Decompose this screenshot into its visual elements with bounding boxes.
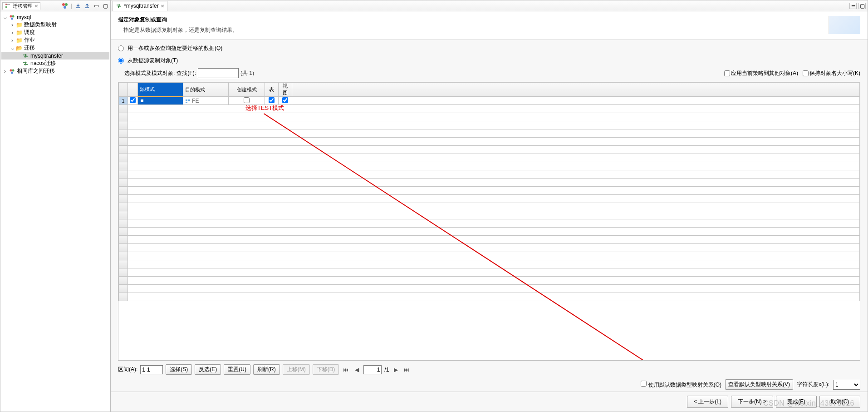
row-number[interactable]: 1 [119, 97, 128, 105]
table-row [119, 277, 860, 285]
cell-create[interactable] [229, 97, 265, 105]
table-row [119, 203, 860, 211]
apply-strategy-input[interactable] [724, 70, 730, 76]
table-row[interactable]: 1 FE [119, 97, 860, 105]
last-page-icon[interactable]: ⏭ [402, 366, 411, 374]
table-row [119, 293, 860, 301]
col-create-schema[interactable]: 创建模式 [229, 83, 265, 97]
cancel-button[interactable]: 取消(C) [819, 396, 860, 408]
folder-icon: 📁 [16, 30, 22, 36]
svg-rect-3 [7, 7, 10, 7]
use-default-mapping-checkbox[interactable]: 使用默认数据类型映射关系(O) [641, 381, 721, 389]
svg-point-5 [65, 3, 68, 6]
prev-button[interactable]: < 上一步(L) [687, 396, 728, 408]
svg-rect-0 [5, 4, 7, 5]
tree-label: mysql [16, 14, 32, 20]
cell-source[interactable] [138, 97, 183, 105]
expander-icon[interactable]: ⌵ [2, 14, 8, 20]
col-check[interactable] [128, 83, 138, 97]
keep-case-checkbox[interactable]: 保持对象名大小写(K) [803, 69, 860, 77]
maximize-icon[interactable]: ▢ [858, 3, 866, 9]
tree-node-migrate[interactable]: ⌵ 📂 迁移 [1, 44, 109, 52]
view-default-mapping-button[interactable]: 查看默认类型映射关系(V) [725, 379, 793, 390]
radio-use-query[interactable]: 用一条或多条查询指定要迁移的数据(Q) [118, 45, 860, 52]
use-default-mapping-input[interactable] [641, 381, 647, 387]
expander-icon[interactable]: ⌵ [10, 45, 15, 51]
svg-point-10 [10, 69, 12, 71]
export-icon[interactable] [84, 3, 90, 9]
finish-button[interactable]: 完成(F) [776, 396, 817, 408]
invert-button[interactable]: 反选(E) [195, 364, 221, 375]
col-target-schema[interactable]: 目的模式 [183, 83, 229, 97]
minimize-icon[interactable]: ━ [849, 3, 857, 9]
separator: | [71, 3, 72, 9]
expander-icon[interactable]: › [10, 30, 15, 36]
create-check[interactable] [244, 97, 250, 103]
tree-leaf-nacos[interactable]: nacos迁移 [1, 60, 109, 67]
maximize-icon[interactable]: ▢ [102, 3, 108, 9]
table-row [119, 260, 860, 268]
first-page-icon[interactable]: ⏮ [342, 366, 350, 374]
tree-node-mapping[interactable]: › 📁 数据类型映射 [1, 21, 109, 29]
apply-strategy-checkbox[interactable]: 应用当前策略到其他对象(A) [724, 69, 798, 77]
page-current-input[interactable] [363, 365, 382, 374]
svg-rect-2 [5, 6, 7, 8]
range-input[interactable] [140, 365, 163, 374]
table-row [119, 121, 860, 129]
cell-table[interactable] [265, 97, 279, 105]
col-table[interactable]: 表 [265, 83, 279, 97]
col-rownum[interactable] [119, 83, 128, 97]
filter-label: 选择模式及模式对象: [124, 69, 175, 77]
import-icon[interactable] [75, 3, 81, 9]
tree-node-same[interactable]: › 相同库之间迁移 [1, 67, 109, 75]
minimize-icon[interactable]: ▭ [93, 3, 99, 9]
next-page-icon[interactable]: ▶ [392, 366, 400, 374]
table-row [119, 285, 860, 293]
close-icon[interactable]: ✕ [34, 4, 38, 9]
movedown-button[interactable]: 下移(D) [313, 364, 339, 375]
moveup-button[interactable]: 上移(M) [283, 364, 310, 375]
cell-target[interactable]: FE [183, 97, 229, 105]
refresh-button[interactable]: 刷新(R) [253, 364, 280, 375]
select-button[interactable]: 选择(S) [166, 364, 192, 375]
annotation-text: 选择TEST模式 [245, 104, 284, 112]
table-check[interactable] [269, 97, 275, 103]
radio-copy-input[interactable] [118, 58, 124, 64]
row-check-input[interactable] [130, 97, 136, 103]
table-row [119, 195, 860, 203]
row-check[interactable] [128, 97, 138, 105]
tree-icon [5, 3, 11, 9]
view-check[interactable] [282, 97, 288, 103]
col-view[interactable]: 视图 [279, 83, 292, 97]
db-colors-icon[interactable] [62, 3, 68, 9]
folder-icon: 📁 [16, 22, 22, 28]
tree-node-root[interactable]: ⌵ mysql [1, 13, 109, 21]
editor-tab[interactable]: *mysqltransfer ✕ [113, 1, 167, 11]
schema-grid[interactable]: 源模式 目的模式 创建模式 表 视图 1 [118, 82, 860, 361]
panel-tab[interactable]: 迁移管理 ✕ [2, 2, 40, 10]
table-row [119, 154, 860, 162]
keep-case-input[interactable] [803, 70, 809, 76]
expander-icon[interactable]: › [10, 22, 15, 28]
table-row [119, 219, 860, 228]
expander-icon[interactable]: › [2, 68, 8, 74]
radio-copy-objects[interactable]: 从数据源复制对象(T) [118, 57, 860, 65]
tree-node-jobs[interactable]: › 📁 作业 [1, 36, 109, 44]
table-row [119, 244, 860, 252]
tree-label: 迁移 [23, 44, 36, 52]
wizard-footer: < 上一步(L) 下一步(N) > 完成(F) 取消(C) [111, 392, 868, 412]
char-length-select[interactable]: 1 [833, 380, 860, 390]
cell-view[interactable] [279, 97, 292, 105]
search-input[interactable] [198, 68, 239, 78]
col-source-schema[interactable]: 源模式 [138, 83, 183, 97]
tree-leaf-mysqltransfer[interactable]: mysqltransfer [1, 52, 109, 60]
reset-button[interactable]: 重置(U) [224, 364, 250, 375]
close-icon[interactable]: ✕ [161, 4, 164, 9]
prev-page-icon[interactable]: ◀ [353, 366, 361, 374]
table-row [119, 113, 860, 121]
expander-icon[interactable]: › [10, 37, 15, 44]
migration-tree[interactable]: ⌵ mysql › 📁 数据类型映射 › 📁 调度 › 📁 作业 ⌵ 📂 迁移 [0, 11, 110, 412]
next-button[interactable]: 下一步(N) > [731, 396, 773, 408]
tree-node-schedule[interactable]: › 📁 调度 [1, 29, 109, 36]
radio-query-input[interactable] [118, 45, 124, 51]
